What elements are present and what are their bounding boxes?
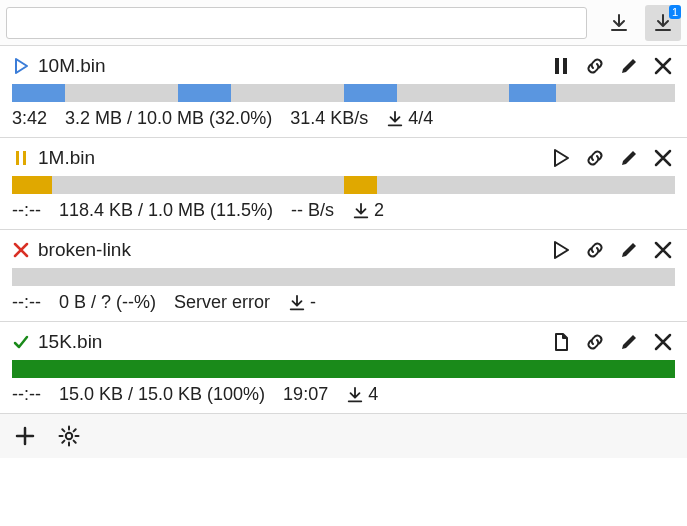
settings-button[interactable] (56, 423, 82, 449)
play-icon (551, 240, 571, 260)
pencil-icon (619, 56, 639, 76)
time-remaining: --:-- (12, 384, 41, 405)
error-icon (12, 241, 30, 259)
close-icon (653, 332, 673, 352)
edit-button[interactable] (617, 238, 641, 262)
connections-icon (346, 386, 364, 404)
filename-label: 15K.bin (36, 331, 549, 353)
file-button[interactable] (549, 330, 573, 354)
status-icon (12, 241, 36, 259)
close-icon (653, 148, 673, 168)
downloads-badge: 1 (669, 5, 681, 19)
check-icon (12, 333, 30, 351)
speed-text: 31.4 KB/s (290, 108, 368, 129)
status-icon (12, 149, 36, 167)
progress-text: 0 B / ? (--%) (59, 292, 156, 313)
speed-text: 19:07 (283, 384, 328, 405)
download-item: 1M.bin--:--118.4 KB / 1.0 MB (11.5%)-- B… (0, 138, 687, 230)
svg-rect-2 (555, 58, 559, 74)
stats-row: --:--0 B / ? (--%)Server error- (12, 292, 675, 313)
filename-label: 1M.bin (36, 147, 549, 169)
download-arrow-icon (609, 13, 629, 33)
progress-bar (12, 360, 675, 378)
svg-rect-6 (23, 151, 26, 165)
connections-count: 2 (374, 200, 384, 221)
connections-count: 4/4 (408, 108, 433, 129)
close-icon (653, 240, 673, 260)
svg-point-10 (66, 433, 72, 439)
progress-text: 3.2 MB / 10.0 MB (32.0%) (65, 108, 272, 129)
connections: - (288, 292, 316, 313)
stats-row: --:--15.0 KB / 15.0 KB (100%)19:074 (12, 384, 675, 405)
status-icon (12, 333, 36, 351)
progress-bar (12, 84, 675, 102)
downloads-extension-button[interactable]: 1 (645, 5, 681, 41)
link-button[interactable] (583, 146, 607, 170)
edit-button[interactable] (617, 146, 641, 170)
plus-icon (14, 425, 36, 447)
item-actions (549, 146, 675, 170)
connections: 4 (346, 384, 378, 405)
link-button[interactable] (583, 54, 607, 78)
downloads-panel: 10M.bin3:423.2 MB / 10.0 MB (32.0%)31.4 … (0, 46, 687, 414)
play-button[interactable] (549, 238, 573, 262)
connections: 2 (352, 200, 384, 221)
browser-toolbar: 1 (0, 0, 687, 46)
link-icon (585, 332, 605, 352)
play-icon (12, 57, 30, 75)
item-actions (549, 54, 675, 78)
pencil-icon (619, 240, 639, 260)
time-remaining: --:-- (12, 292, 41, 313)
speed-text: Server error (174, 292, 270, 313)
close-button[interactable] (651, 330, 675, 354)
svg-line-16 (74, 441, 76, 443)
edit-button[interactable] (617, 330, 641, 354)
link-button[interactable] (583, 238, 607, 262)
item-actions (549, 238, 675, 262)
link-icon (585, 240, 605, 260)
svg-rect-5 (16, 151, 19, 165)
time-remaining: 3:42 (12, 108, 47, 129)
edit-button[interactable] (617, 54, 641, 78)
file-icon (551, 332, 571, 352)
svg-line-17 (62, 441, 64, 443)
play-button[interactable] (549, 146, 573, 170)
close-button[interactable] (651, 238, 675, 262)
speed-text: -- B/s (291, 200, 334, 221)
close-button[interactable] (651, 54, 675, 78)
progress-text: 15.0 KB / 15.0 KB (100%) (59, 384, 265, 405)
stats-row: --:--118.4 KB / 1.0 MB (11.5%)-- B/s2 (12, 200, 675, 221)
gear-icon (58, 425, 80, 447)
stats-row: 3:423.2 MB / 10.0 MB (32.0%)31.4 KB/s4/4 (12, 108, 675, 129)
svg-line-18 (74, 429, 76, 431)
connections: 4/4 (386, 108, 433, 129)
close-button[interactable] (651, 146, 675, 170)
connections-icon (288, 294, 306, 312)
connections-count: 4 (368, 384, 378, 405)
progress-bar (12, 268, 675, 286)
pause-button[interactable] (549, 54, 573, 78)
filename-label: 10M.bin (36, 55, 549, 77)
downloads-default-button[interactable] (601, 5, 637, 41)
add-download-button[interactable] (12, 423, 38, 449)
time-remaining: --:-- (12, 200, 41, 221)
close-icon (653, 56, 673, 76)
status-icon (12, 57, 36, 75)
connections-icon (352, 202, 370, 220)
progress-text: 118.4 KB / 1.0 MB (11.5%) (59, 200, 273, 221)
link-icon (585, 56, 605, 76)
connections-icon (386, 110, 404, 128)
link-icon (585, 148, 605, 168)
item-actions (549, 330, 675, 354)
pause-icon (551, 56, 571, 76)
svg-rect-3 (563, 58, 567, 74)
pencil-icon (619, 332, 639, 352)
progress-bar (12, 176, 675, 194)
play-icon (551, 148, 571, 168)
panel-footer (0, 414, 687, 458)
filename-label: broken-link (36, 239, 549, 261)
download-item: broken-link--:--0 B / ? (--%)Server erro… (0, 230, 687, 322)
link-button[interactable] (583, 330, 607, 354)
download-item: 15K.bin--:--15.0 KB / 15.0 KB (100%)19:0… (0, 322, 687, 414)
url-bar[interactable] (6, 7, 587, 39)
